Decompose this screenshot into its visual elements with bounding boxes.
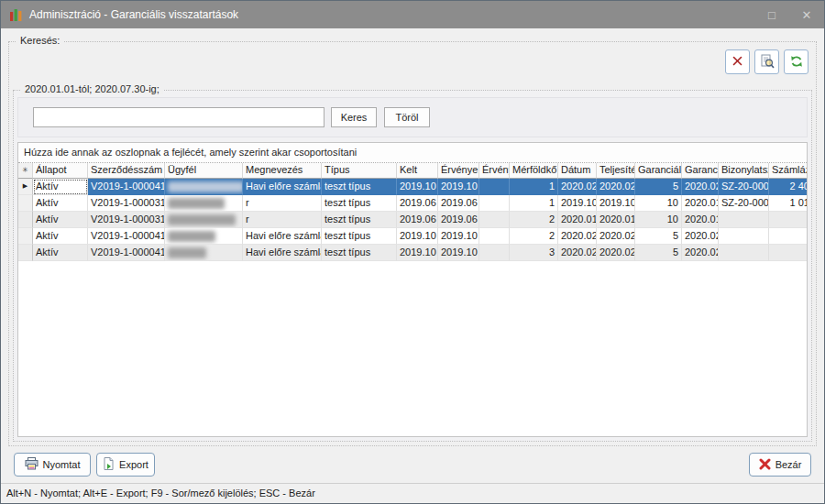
cell-merfoldko[interactable]: 2: [510, 212, 558, 228]
column-header-szamlazott[interactable]: Számlázott: [769, 163, 808, 179]
cell-bizonylatszam[interactable]: SZ-20-000: [719, 179, 769, 195]
cell-bizonylatszam[interactable]: SZ-20-000: [719, 195, 769, 212]
maximize-icon[interactable]: □: [754, 1, 789, 28]
cell-garancia[interactable]: 2020.02: [682, 179, 719, 195]
cell-kelt[interactable]: 2019.06: [397, 195, 438, 212]
cell-teljesites[interactable]: 2020.01: [597, 212, 635, 228]
cell-bizonylatszam[interactable]: [719, 212, 769, 228]
cell-megnevezes[interactable]: r: [243, 195, 322, 212]
cell-kelt[interactable]: 2019.10: [397, 228, 438, 245]
cell-kelt[interactable]: 2019.06: [397, 212, 438, 228]
column-header-teljesites[interactable]: Teljesíté: [597, 163, 635, 179]
cell-ugyfel[interactable]: [165, 195, 243, 212]
cell-szamlazott[interactable]: 2 400: [769, 179, 808, 195]
cell-garancialis[interactable]: 5: [635, 245, 682, 261]
cell-garancia[interactable]: 2020.02: [682, 245, 719, 261]
titlebar[interactable]: Adminisztráció - Garanciális visszatartá…: [1, 1, 824, 28]
cell-datum[interactable]: 2019.10: [558, 195, 597, 212]
grid-row[interactable]: AktívV2019-1-000041Havi előre számlázást…: [18, 245, 807, 261]
column-header-datum[interactable]: Dátum: [558, 163, 597, 179]
column-header-merfoldko[interactable]: Mérföldkő :: [510, 163, 558, 179]
cell-szerzodesszam[interactable]: V2019-1-000031: [88, 212, 165, 228]
cell-garancialis[interactable]: 10: [635, 212, 682, 228]
cell-garancia[interactable]: 2020.01: [682, 212, 719, 228]
cell-szerzodesszam[interactable]: V2019-1-000031: [88, 195, 165, 212]
grid-group-panel[interactable]: Húzza ide annak az oszlopnak a fejlécét,…: [18, 143, 807, 163]
cell-szerzodesszam[interactable]: V2019-1-000041: [88, 245, 165, 261]
cell-ervenyes2[interactable]: [479, 212, 510, 228]
cell-allapot[interactable]: Aktív: [33, 195, 88, 212]
cell-ugyfel[interactable]: [165, 245, 243, 261]
cell-szerzodesszam[interactable]: V2019-1-000041: [88, 228, 165, 245]
column-header-kelt[interactable]: Kelt: [397, 163, 438, 179]
close-icon[interactable]: ✕: [789, 1, 824, 28]
cell-datum[interactable]: 2020.01: [558, 212, 597, 228]
clear-search-button[interactable]: [725, 49, 750, 74]
cell-teljesites[interactable]: 2019.10: [597, 195, 635, 212]
bezar-button[interactable]: Bezár: [749, 453, 811, 477]
cell-ervenyes1[interactable]: 2019.10: [438, 228, 479, 245]
grid-row[interactable]: AktívV2019-1-000031rteszt típus2019.0620…: [18, 212, 807, 228]
cell-tipus[interactable]: teszt típus: [322, 212, 397, 228]
column-header-bizonylatszam[interactable]: Bizonylatsz: [719, 163, 769, 179]
cell-bizonylatszam[interactable]: [719, 228, 769, 245]
preview-button[interactable]: [754, 49, 779, 74]
column-header-szerzodesszam[interactable]: Szerződésszám: [88, 163, 165, 179]
cell-szamlazott[interactable]: 0: [769, 245, 808, 261]
cell-garancia[interactable]: 2020.02: [682, 228, 719, 245]
cell-merfoldko[interactable]: 3: [510, 245, 558, 261]
cell-ervenyes2[interactable]: [479, 245, 510, 261]
column-header-ervenyes2[interactable]: Érvénye: [479, 163, 510, 179]
column-header-tipus[interactable]: Típus: [322, 163, 397, 179]
cell-ervenyes1[interactable]: 2019.06: [438, 195, 479, 212]
cell-tipus[interactable]: teszt típus: [322, 179, 397, 195]
export-button[interactable]: Export: [96, 453, 155, 477]
cell-szamlazott[interactable]: 0: [769, 228, 808, 245]
cell-megnevezes[interactable]: Havi előre számlázás: [243, 179, 322, 195]
column-header-allapot[interactable]: Állapot: [33, 163, 88, 179]
column-header-ugyfel[interactable]: Ügyfél: [165, 163, 243, 179]
cell-garancialis[interactable]: 5: [635, 179, 682, 195]
grid-row[interactable]: AktívV2019-1-000041Havi előre számlázást…: [18, 228, 807, 245]
column-header-garancia[interactable]: Garanciá: [682, 163, 719, 179]
cell-ervenyes2[interactable]: [479, 195, 510, 212]
cell-ervenyes1[interactable]: 2019.06: [438, 212, 479, 228]
cell-teljesites[interactable]: 2020.02: [597, 245, 635, 261]
refresh-button[interactable]: [784, 49, 808, 74]
cell-garancialis[interactable]: 10: [635, 195, 682, 212]
column-header-garancialis[interactable]: Garanciális: [635, 163, 682, 179]
cell-ervenyes1[interactable]: 2019.10: [438, 245, 479, 261]
cell-megnevezes[interactable]: Havi előre számlázás: [243, 228, 322, 245]
torol-button[interactable]: Töröl: [384, 107, 430, 127]
cell-merfoldko[interactable]: 1: [510, 179, 558, 195]
column-header-megnevezes[interactable]: Megnevezés: [243, 163, 322, 179]
grid-row[interactable]: AktívV2019-1-000031rteszt típus2019.0620…: [18, 195, 807, 212]
cell-garancia[interactable]: 2020.01: [682, 195, 719, 212]
cell-ugyfel[interactable]: [165, 179, 243, 195]
cell-datum[interactable]: 2020.02: [558, 179, 597, 195]
cell-allapot[interactable]: Aktív: [33, 245, 88, 261]
cell-szamlazott[interactable]: 0: [769, 212, 808, 228]
cell-ervenyes2[interactable]: [479, 179, 510, 195]
cell-tipus[interactable]: teszt típus: [322, 245, 397, 261]
cell-bizonylatszam[interactable]: [719, 245, 769, 261]
cell-ervenyes1[interactable]: 2019.10: [438, 179, 479, 195]
cell-ervenyes2[interactable]: [479, 228, 510, 245]
cell-tipus[interactable]: teszt típus: [322, 195, 397, 212]
cell-kelt[interactable]: 2019.10: [397, 179, 438, 195]
cell-merfoldko[interactable]: 1: [510, 195, 558, 212]
cell-teljesites[interactable]: 2020.02: [597, 228, 635, 245]
cell-megnevezes[interactable]: Havi előre számlázás: [243, 245, 322, 261]
cell-tipus[interactable]: teszt típus: [322, 228, 397, 245]
keres-button[interactable]: Keres: [331, 107, 377, 127]
cell-szerzodesszam[interactable]: V2019-1-000041: [88, 179, 165, 195]
cell-ugyfel[interactable]: [165, 228, 243, 245]
cell-allapot[interactable]: Aktív: [33, 212, 88, 228]
cell-megnevezes[interactable]: r: [243, 212, 322, 228]
cell-datum[interactable]: 2020.02: [558, 228, 597, 245]
cell-garancialis[interactable]: 5: [635, 228, 682, 245]
cell-kelt[interactable]: 2019.10: [397, 245, 438, 261]
grid-row[interactable]: ▶AktívV2019-1-000041Havi előre számlázás…: [18, 179, 807, 195]
search-input[interactable]: [33, 107, 324, 127]
column-header-ervenyes1[interactable]: Érvénye:: [438, 163, 479, 179]
